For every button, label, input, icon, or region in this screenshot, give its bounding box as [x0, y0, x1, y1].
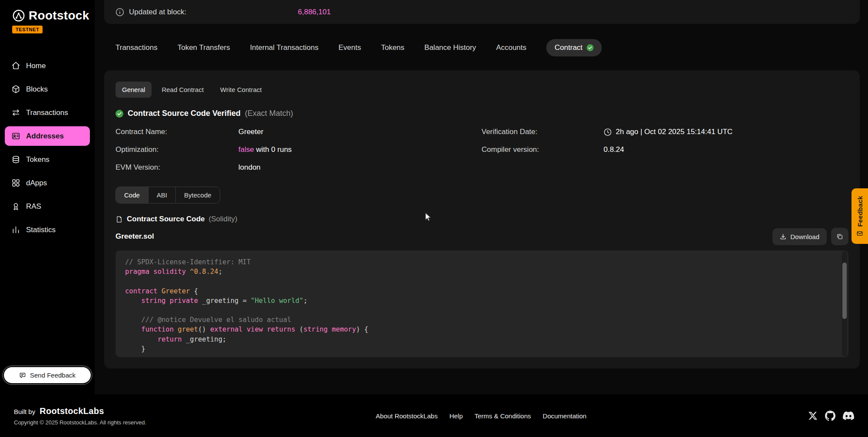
- tab-events[interactable]: Events: [338, 43, 361, 52]
- code-line: pragma solidity ^0.8.24;: [125, 267, 839, 276]
- sidebar-item-tokens[interactable]: Tokens: [5, 150, 90, 169]
- source-file-actions: Download: [772, 228, 848, 245]
- contract-subtabs: General Read Contract Write Contract: [116, 82, 848, 98]
- footer-brand[interactable]: RootstockLabs: [40, 406, 104, 416]
- tab-balance-history[interactable]: Balance History: [424, 43, 476, 52]
- sidebar-item-label: Blocks: [26, 85, 48, 94]
- verified-status-row: Contract Source Code Verified (Exact Mat…: [116, 109, 848, 118]
- block-number-link[interactable]: 6,886,101: [298, 8, 331, 16]
- sidebar-item-label: RAS: [26, 202, 41, 211]
- sidebar-item-addresses[interactable]: Addresses: [5, 126, 90, 146]
- optimization-value: false with 0 runs: [238, 145, 482, 154]
- optimization-label: Optimization:: [116, 145, 238, 154]
- verification-date-value: 2h ago | Oct 02 2025 15:14:41 UTC: [604, 128, 848, 136]
- built-by-label: Built by: [14, 408, 35, 415]
- footer-link-help[interactable]: Help: [449, 412, 463, 420]
- sidebar-item-ras[interactable]: RAS: [5, 197, 90, 216]
- ras-icon: [11, 202, 20, 211]
- copy-source-button[interactable]: [831, 228, 848, 245]
- download-button[interactable]: Download: [772, 228, 827, 245]
- tab-tokens[interactable]: Tokens: [381, 43, 404, 52]
- sidebar: Rootstock TESTNET Home Blocks: [0, 0, 95, 394]
- code-line: // SPDX-License-Identifier: MIT: [125, 257, 839, 267]
- brand-name[interactable]: Rootstock: [29, 9, 89, 23]
- code-line: [125, 306, 839, 315]
- tab-contract[interactable]: Contract: [546, 39, 601, 56]
- code-line: string private _greeting = "Hello world"…: [125, 296, 839, 306]
- tab-token-transfers[interactable]: Token Transfers: [178, 43, 230, 52]
- info-icon: [116, 8, 124, 16]
- sidebar-item-label: dApps: [26, 179, 47, 187]
- address-tabs: Transactions Token Transfers Internal Tr…: [104, 38, 860, 57]
- source-view-tabs: Code ABI Bytecode: [116, 187, 220, 204]
- sidebar-item-label: Addresses: [26, 132, 64, 141]
- github-icon[interactable]: [825, 411, 835, 421]
- evm-version-value: london: [238, 163, 482, 172]
- discord-icon[interactable]: [843, 410, 854, 421]
- download-label: Download: [790, 233, 819, 240]
- testnet-badge: TESTNET: [12, 26, 43, 33]
- sidebar-item-label: Home: [26, 62, 46, 70]
- footer-links: About RootstockLabs Help Terms & Conditi…: [376, 412, 586, 420]
- sidebar-item-home[interactable]: Home: [5, 56, 90, 76]
- contract-name-label: Contract Name:: [116, 128, 238, 136]
- brand-block: Rootstock TESTNET: [0, 0, 95, 33]
- footer-link-about[interactable]: About RootstockLabs: [376, 412, 438, 420]
- optimization-flag: false: [238, 145, 254, 154]
- sidebar-item-blocks[interactable]: Blocks: [5, 79, 90, 99]
- evm-version-label: EVM Version:: [116, 163, 238, 172]
- sidebar-nav: Home Blocks Transactions Addresses: [0, 56, 95, 240]
- footer-socials: [808, 410, 854, 421]
- code-line: function greet() external view returns (…: [125, 325, 839, 334]
- verified-title: Contract Source Code Verified: [128, 109, 241, 118]
- compiler-version-label: Compiler version:: [482, 145, 604, 154]
- optimization-runs: with 0 runs: [254, 145, 292, 154]
- footer-built-block: Built by RootstockLabs Copyright © 2025 …: [14, 406, 146, 426]
- verified-qualifier: (Exact Match): [245, 109, 293, 118]
- code-scrollbar-track[interactable]: [842, 251, 847, 356]
- code-scrollbar-thumb[interactable]: [842, 263, 847, 319]
- updated-at-block-label: Updated at block:: [129, 8, 186, 16]
- code-line: return _greeting;: [125, 335, 839, 344]
- contract-details: Contract Name: Greeter Verification Date…: [116, 128, 848, 172]
- tab-transactions[interactable]: Transactions: [116, 43, 158, 52]
- main-content: Updated at block: 6,886,101 Transactions…: [95, 0, 868, 394]
- verification-date-text: 2h ago | Oct 02 2025 15:14:41 UTC: [616, 128, 733, 136]
- sidebar-item-statistics[interactable]: Statistics: [5, 220, 90, 240]
- code-line: contract Greeter {: [125, 286, 839, 296]
- source-tab-abi[interactable]: ABI: [149, 187, 176, 203]
- footer-link-terms[interactable]: Terms & Conditions: [475, 412, 531, 420]
- tokens-icon: [11, 155, 20, 164]
- rootstock-logo-icon: [12, 9, 25, 22]
- contract-name-value: Greeter: [238, 128, 482, 136]
- source-code-viewer[interactable]: // SPDX-License-Identifier: MITpragma so…: [116, 250, 848, 357]
- code-line: /// @notice Devuelve el saludo actual: [125, 315, 839, 325]
- verified-check-icon: [587, 44, 594, 51]
- feedback-chat-icon: [19, 372, 26, 379]
- tab-accounts[interactable]: Accounts: [496, 43, 526, 52]
- subtab-write-contract[interactable]: Write Contract: [214, 82, 268, 98]
- tab-internal-transactions[interactable]: Internal Transactions: [250, 43, 319, 52]
- feedback-mail-icon: [857, 230, 863, 237]
- subtab-general[interactable]: General: [116, 82, 152, 98]
- sidebar-item-label: Transactions: [26, 108, 68, 117]
- source-code-title: Contract Source Code: [127, 215, 205, 223]
- transactions-icon: [11, 108, 20, 117]
- clock-icon: [604, 128, 612, 136]
- verified-check-icon: [116, 110, 123, 118]
- dapps-icon: [11, 178, 20, 187]
- feedback-side-tab[interactable]: Feedback: [851, 188, 868, 244]
- source-tab-bytecode[interactable]: Bytecode: [176, 187, 220, 203]
- footer-link-documentation[interactable]: Documentation: [543, 412, 587, 420]
- feedback-tab-label: Feedback: [856, 196, 864, 227]
- copyright-text: Copyright © 2025 RootstockLabs. All righ…: [14, 419, 146, 426]
- sidebar-item-transactions[interactable]: Transactions: [5, 103, 90, 122]
- source-tab-code[interactable]: Code: [116, 187, 149, 203]
- subtab-read-contract[interactable]: Read Contract: [155, 82, 210, 98]
- send-feedback-button[interactable]: Send Feedback: [4, 367, 91, 383]
- verification-date-label: Verification Date:: [482, 128, 604, 136]
- x-icon[interactable]: [808, 411, 818, 421]
- send-feedback-label: Send Feedback: [30, 371, 76, 379]
- updated-block-strip: Updated at block: 6,886,101: [104, 0, 860, 24]
- sidebar-item-dapps[interactable]: dApps: [5, 173, 90, 193]
